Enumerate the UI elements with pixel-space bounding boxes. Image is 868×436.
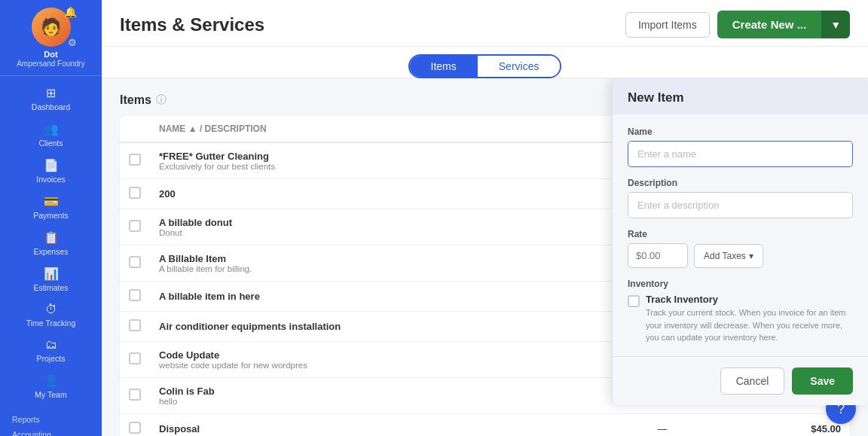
main-area: Items & Services Import Items Create New…	[102, 0, 868, 436]
sidebar-item-label-invoices: Invoices	[36, 175, 66, 184]
sidebar-item-projects[interactable]: 🗂 Projects	[0, 333, 102, 368]
sidebar-item-dashboard[interactable]: ⊞ Dashboard	[0, 81, 102, 117]
row-name-cell: A Billable Item A billable item for bill…	[150, 245, 593, 282]
track-inventory-checkbox[interactable]	[628, 295, 640, 307]
item-desc: A billable item for billing.	[159, 264, 584, 273]
tabs-container: Items Services	[408, 54, 562, 78]
row-name-cell: Colin is Fab hello	[150, 378, 593, 414]
inventory-label: Inventory	[628, 279, 853, 289]
row-checkbox-cell	[120, 312, 150, 342]
sidebar-item-reports[interactable]: Reports	[9, 413, 93, 425]
row-checkbox[interactable]	[129, 422, 141, 434]
row-checkbox-cell	[120, 342, 150, 378]
name-field: Name	[628, 127, 853, 167]
track-inventory-text: Track Inventory Track your current stock…	[646, 294, 853, 344]
item-name: 200	[159, 188, 584, 200]
description-input[interactable]	[628, 192, 853, 218]
clients-icon: 👥	[44, 122, 59, 136]
row-checkbox-cell	[120, 179, 150, 209]
row-checkbox[interactable]	[129, 256, 141, 268]
track-inventory-title: Track Inventory	[646, 294, 853, 305]
item-name: Code Update	[159, 349, 584, 361]
sidebar-item-my-team[interactable]: 👤 My Team	[0, 368, 102, 404]
sidebar-item-label-expenses: Expenses	[33, 247, 68, 256]
sort-icon[interactable]: ▲	[188, 123, 197, 134]
create-new-button[interactable]: Create New ...	[717, 11, 821, 38]
rate-field: Rate Add Taxes ▾	[628, 229, 853, 268]
my-team-icon: 👤	[44, 373, 59, 388]
sidebar-item-label-time-tracking: Time Tracking	[26, 319, 76, 328]
row-checkbox-cell	[120, 414, 150, 437]
select-all-header	[120, 116, 150, 142]
sidebar-item-payments[interactable]: 💳 Payments	[0, 189, 102, 225]
name-input[interactable]	[628, 141, 853, 167]
rate-input[interactable]	[628, 243, 688, 268]
sidebar-item-label-estimates: Estimates	[33, 283, 68, 292]
import-items-button[interactable]: Import Items	[625, 12, 710, 38]
settings-icon[interactable]: ⚙	[68, 37, 77, 48]
info-icon[interactable]: ⓘ	[156, 93, 167, 107]
item-name: Colin is Fab	[159, 386, 584, 397]
sidebar-item-invoices[interactable]: 📄 Invoices	[0, 153, 102, 189]
description-label: Description	[628, 178, 853, 188]
row-checkbox-cell	[120, 142, 150, 179]
sidebar-item-estimates[interactable]: 📊 Estimates	[0, 261, 102, 297]
row-checkbox[interactable]	[129, 187, 141, 199]
sidebar-item-label-projects: Projects	[37, 354, 66, 363]
dashboard-icon: ⊞	[46, 86, 56, 100]
user-company: Ampersand Foundry	[17, 59, 85, 68]
cancel-button[interactable]: Cancel	[720, 367, 785, 395]
content-area: Items ⓘ Name ▲ / Description Current	[102, 78, 868, 436]
row-checkbox[interactable]	[129, 220, 141, 232]
add-taxes-button[interactable]: Add Taxes ▾	[694, 244, 763, 268]
sidebar-item-accounting[interactable]: Accounting	[9, 428, 93, 436]
sidebar-item-time-tracking[interactable]: ⏱ Time Tracking	[0, 297, 102, 333]
tab-items[interactable]: Items	[410, 56, 478, 77]
topbar: Items & Services Import Items Create New…	[102, 0, 868, 47]
row-checkbox[interactable]	[129, 154, 141, 166]
item-desc: hello	[159, 397, 584, 406]
avatar-wrap: 🧑 🔔 ⚙	[32, 8, 71, 47]
row-checkbox[interactable]	[129, 289, 141, 301]
save-button[interactable]: Save	[792, 367, 853, 395]
row-checkbox-cell	[120, 209, 150, 245]
sidebar-user-section: 🧑 🔔 ⚙ Dot Ampersand Foundry	[0, 8, 102, 76]
payments-icon: 💳	[44, 194, 59, 209]
sidebar-item-label-payments: Payments	[33, 211, 69, 220]
row-name-cell: 200	[150, 179, 593, 209]
expenses-icon: 📋	[44, 230, 59, 245]
create-new-group: Create New ... ▼	[717, 11, 850, 38]
sidebar-item-label-dashboard: Dashboard	[32, 102, 70, 111]
item-desc: Exclusively for our best clients	[159, 162, 584, 171]
row-checkbox-cell	[120, 378, 150, 414]
row-name-cell: Air conditioner equipments installation	[150, 312, 593, 342]
table-row: Disposal — $45.00	[120, 414, 850, 437]
sidebar-item-expenses[interactable]: 📋 Expenses	[0, 225, 102, 261]
name-column-header: Name ▲ / Description	[150, 116, 593, 142]
sidebar: 🧑 🔔 ⚙ Dot Ampersand Foundry ⊞ Dashboard …	[0, 0, 102, 436]
row-checkbox-cell	[120, 245, 150, 282]
desc-header-label: / Description	[200, 123, 267, 134]
item-price: $45.00	[741, 423, 841, 434]
row-checkbox[interactable]	[129, 319, 141, 331]
rate-label: Rate	[628, 229, 853, 239]
item-name: *FREE* Gutter Cleaning	[159, 151, 584, 162]
item-desc: Donut	[159, 228, 584, 237]
row-name-cell: Disposal	[150, 414, 593, 437]
sidebar-item-clients[interactable]: 👥 Clients	[0, 117, 102, 153]
notification-bell-icon[interactable]: 🔔	[64, 6, 77, 18]
tab-services[interactable]: Services	[478, 56, 561, 77]
item-name: Disposal	[159, 423, 584, 434]
panel-header: New Item	[613, 78, 868, 114]
add-taxes-icon: ▾	[749, 251, 753, 261]
create-new-dropdown-button[interactable]: ▼	[821, 11, 850, 38]
name-label: Name	[628, 127, 853, 137]
name-header-label: Name	[159, 123, 185, 134]
track-inventory-desc: Track your current stock. When you invoi…	[646, 306, 853, 344]
topbar-right: Import Items Create New ... ▼	[625, 11, 850, 38]
row-checkbox[interactable]	[129, 352, 141, 364]
row-checkbox[interactable]	[129, 389, 141, 401]
panel-body: Name Description Rate Add Taxes ▾	[613, 114, 868, 356]
tabs-bar: Items Services	[102, 47, 868, 78]
new-item-panel: New Item Name Description Rate Add Tax	[612, 78, 868, 405]
